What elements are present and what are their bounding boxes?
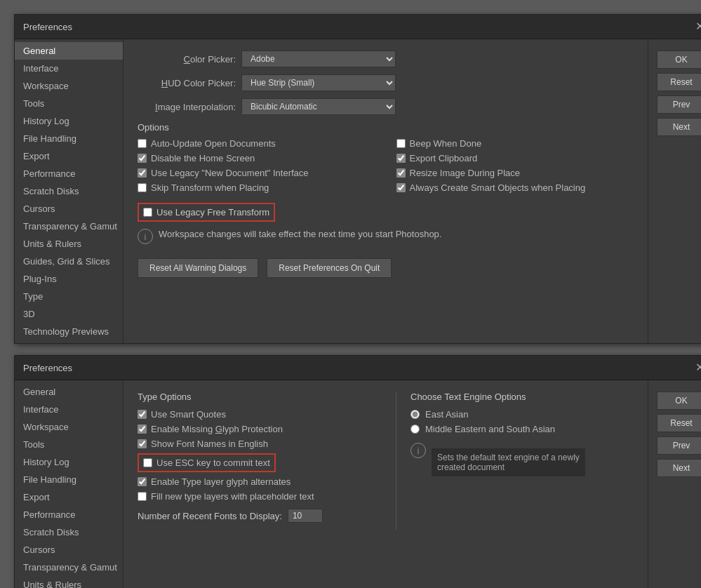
ok-button-1[interactable]: OK (657, 51, 701, 69)
color-picker-select[interactable]: Adobe (241, 51, 396, 67)
sidebar-item-units-2[interactable]: Units & Rulers (15, 576, 123, 588)
sidebar-item-units-1[interactable]: Units & Rulers (15, 235, 123, 253)
sidebar-item-file-handling-1[interactable]: File Handling (15, 130, 123, 147)
side-buttons-1: OK Reset Prev Next (648, 39, 701, 343)
checkbox-missing-glyph: Enable Missing Glyph Protection (138, 424, 361, 434)
reset-warning-dialogs-button[interactable]: Reset All Warning Dialogs (138, 258, 258, 278)
checkbox-home-screen-label: Disable the Home Screen (151, 153, 255, 163)
checkbox-beep-input[interactable] (396, 139, 406, 148)
checkbox-resize-image-input[interactable] (396, 168, 406, 178)
sidebar-item-general-2[interactable]: General (15, 383, 123, 401)
ok-button-2[interactable]: OK (657, 392, 701, 410)
checkbox-smart-quotes-input[interactable] (138, 410, 147, 419)
type-options-panel: Type Options Use Smart Quotes Enable Mis… (138, 392, 375, 530)
checkbox-legacy-free-transform-input[interactable] (143, 208, 152, 217)
checkboxes-container: Auto-Update Open Documents Disable the H… (138, 138, 634, 197)
checkbox-legacy-new-doc: Use Legacy "New Document" Interface (138, 168, 375, 178)
color-picker-row: Color Picker: Adobe (138, 51, 634, 67)
close-button-2[interactable]: ✕ (693, 361, 701, 374)
sidebar-item-performance-2[interactable]: Performance (15, 506, 123, 523)
checkbox-glyph-alternates-input[interactable] (138, 477, 147, 486)
sidebar-item-history-log-2[interactable]: History Log (15, 453, 123, 471)
sidebar-item-tools-1[interactable]: Tools (15, 95, 123, 112)
sidebar-item-type-1[interactable]: Type (15, 288, 123, 305)
sidebar-item-file-handling-2[interactable]: File Handling (15, 471, 123, 488)
checkbox-export-clipboard-input[interactable] (396, 154, 406, 163)
sidebar-item-transparency-1[interactable]: Transparency & Gamut (15, 218, 123, 235)
checkbox-glyph-alternates: Enable Type layer glyph alternates (138, 476, 361, 487)
sidebar-item-plugins-1[interactable]: Plug-Ins (15, 270, 123, 288)
sidebar-item-performance-1[interactable]: Performance (15, 165, 123, 182)
checkbox-smart-objects-label: Always Create Smart Objects when Placing (410, 182, 586, 193)
checkbox-export-clipboard-label: Export Clipboard (410, 153, 478, 163)
legacy-free-transform-row: Use Legacy Free Transform (138, 203, 634, 222)
reset-preferences-button[interactable]: Reset Preferences On Quit (267, 258, 392, 278)
sidebar-item-cursors-1[interactable]: Cursors (15, 200, 123, 218)
image-interpolation-row: Image Interpolation: Bicubic Automatic (138, 98, 634, 115)
reset-button-2[interactable]: Reset (657, 414, 701, 432)
preferences-dialog-2: Preferences ✕ General Interface Workspac… (14, 355, 701, 588)
image-interpolation-select[interactable]: Bicubic Automatic (241, 98, 396, 115)
checkbox-auto-update-input[interactable] (138, 139, 147, 148)
checkbox-skip-transform-input[interactable] (138, 183, 147, 192)
checkbox-placeholder-text: Fill new type layers with placeholder te… (138, 491, 361, 502)
checkbox-beep-label: Beep When Done (410, 138, 482, 149)
checkbox-esc-key-row: Use ESC key to commit text (138, 453, 361, 472)
checkbox-smart-objects-input[interactable] (396, 183, 406, 192)
dialog-body-1: General Interface Workspace Tools Histor… (15, 39, 701, 343)
checkbox-placeholder-text-input[interactable] (138, 492, 147, 501)
checkbox-legacy-new-doc-label: Use Legacy "New Document" Interface (151, 168, 309, 178)
recent-fonts-label: Number of Recent Fonts to Display: (138, 511, 282, 521)
hud-color-picker-row: HUD Color Picker: Hue Strip (Small) (138, 74, 634, 91)
info-icon-2: i (410, 443, 426, 458)
checkbox-skip-transform: Skip Transform when Placing (138, 182, 375, 193)
sidebar-item-workspace-2[interactable]: Workspace (15, 418, 123, 436)
next-button-2[interactable]: Next (657, 459, 701, 477)
sidebar-item-general-1[interactable]: General (15, 42, 123, 60)
color-picker-label: Color Picker: (138, 54, 236, 65)
sidebar-item-history-log-1[interactable]: History Log (15, 112, 123, 130)
checkbox-legacy-new-doc-input[interactable] (138, 168, 147, 178)
radio-east-asian: East Asian (410, 409, 634, 420)
titlebar-2: Preferences ✕ (15, 356, 701, 380)
text-engine-panel: Choose Text Engine Options East Asian Mi… (396, 392, 634, 530)
checkbox-glyph-alternates-label: Enable Type layer glyph alternates (151, 476, 291, 487)
sidebar-item-transparency-2[interactable]: Transparency & Gamut (15, 559, 123, 576)
dialog-body-2: General Interface Workspace Tools Histor… (15, 380, 701, 588)
sidebar-item-guides-1[interactable]: Guides, Grid & Slices (15, 253, 123, 270)
sidebar-item-export-2[interactable]: Export (15, 488, 123, 506)
checkbox-home-screen-input[interactable] (138, 154, 147, 163)
sidebar-2: General Interface Workspace Tools Histor… (15, 380, 123, 588)
side-buttons-2: OK Reset Prev Next (648, 380, 701, 588)
sidebar-item-interface-1[interactable]: Interface (15, 60, 123, 77)
radio-middle-eastern-input[interactable] (410, 425, 420, 434)
radio-east-asian-input[interactable] (410, 410, 420, 419)
hud-color-picker-select[interactable]: Hue Strip (Small) (241, 74, 396, 91)
checkbox-missing-glyph-input[interactable] (138, 425, 147, 434)
reset-button-1[interactable]: Reset (657, 73, 701, 91)
next-button-1[interactable]: Next (657, 118, 701, 136)
checkbox-auto-update-label: Auto-Update Open Documents (151, 138, 276, 149)
preferences-dialog-1: Preferences ✕ General Interface Workspac… (14, 14, 701, 344)
checkboxes-right: Beep When Done Export Clipboard Resize I… (396, 138, 634, 197)
sidebar-item-scratch-disks-2[interactable]: Scratch Disks (15, 523, 123, 541)
checkbox-font-names-label: Show Font Names in English (151, 439, 268, 449)
prev-button-2[interactable]: Prev (657, 436, 701, 455)
checkbox-esc-key-input[interactable] (143, 458, 152, 467)
sidebar-item-tools-2[interactable]: Tools (15, 436, 123, 453)
sidebar-item-3d-1[interactable]: 3D (15, 305, 123, 323)
close-button-1[interactable]: ✕ (693, 20, 701, 33)
sidebar-item-tech-previews-1[interactable]: Technology Previews (15, 323, 123, 340)
sidebar-item-interface-2[interactable]: Interface (15, 401, 123, 418)
sidebar-item-workspace-1[interactable]: Workspace (15, 77, 123, 95)
prev-button-1[interactable]: Prev (657, 95, 701, 114)
recent-fonts-input[interactable] (288, 509, 323, 523)
checkbox-auto-update: Auto-Update Open Documents (138, 138, 375, 149)
sidebar-item-cursors-2[interactable]: Cursors (15, 541, 123, 559)
sidebar-item-scratch-disks-1[interactable]: Scratch Disks (15, 182, 123, 200)
checkbox-beep: Beep When Done (396, 138, 634, 149)
text-engine-note: Sets the default text engine of a newlyc… (432, 448, 585, 476)
workspace-notice-row: i Workspace changes will take effect the… (138, 229, 634, 244)
checkbox-font-names-input[interactable] (138, 439, 147, 448)
sidebar-item-export-1[interactable]: Export (15, 147, 123, 165)
